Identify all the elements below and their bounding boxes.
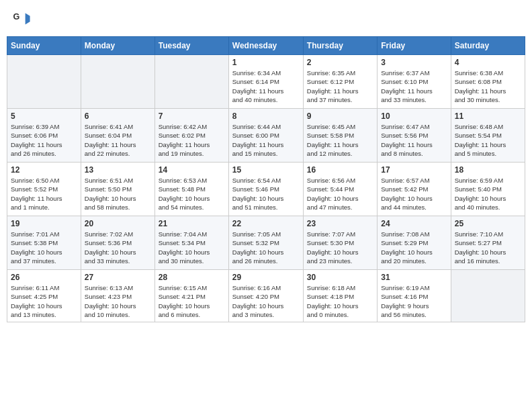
weekday-header-wednesday: Wednesday: [228, 37, 303, 55]
day-number: 11: [455, 111, 521, 121]
weekday-header-friday: Friday: [378, 37, 451, 55]
day-info: Sunrise: 6:18 AM Sunset: 4:18 PM Dayligh…: [307, 283, 373, 319]
day-number: 20: [85, 219, 151, 228]
calendar-cell: 31Sunrise: 6:19 AM Sunset: 4:16 PM Dayli…: [378, 270, 451, 322]
logo: G: [12, 9, 32, 28]
calendar-cell: 16Sunrise: 6:56 AM Sunset: 5:44 PM Dayli…: [303, 163, 377, 216]
calendar-cell: 12Sunrise: 6:50 AM Sunset: 5:52 PM Dayli…: [7, 163, 81, 216]
day-info: Sunrise: 7:02 AM Sunset: 5:36 PM Dayligh…: [85, 230, 151, 265]
day-number: 3: [381, 58, 447, 67]
calendar-cell: 27Sunrise: 6:13 AM Sunset: 4:23 PM Dayli…: [81, 270, 154, 322]
calendar-week-row: 1Sunrise: 6:34 AM Sunset: 6:14 PM Daylig…: [7, 55, 525, 109]
calendar-cell: 13Sunrise: 6:51 AM Sunset: 5:50 PM Dayli…: [81, 163, 154, 216]
calendar-cell: 1Sunrise: 6:34 AM Sunset: 6:14 PM Daylig…: [228, 55, 303, 109]
calendar-cell: [81, 55, 154, 109]
day-number: 21: [159, 219, 225, 228]
day-info: Sunrise: 6:48 AM Sunset: 5:54 PM Dayligh…: [455, 122, 521, 158]
weekday-header-sunday: Sunday: [7, 37, 81, 55]
day-info: Sunrise: 6:37 AM Sunset: 6:10 PM Dayligh…: [381, 68, 447, 104]
calendar-cell: 18Sunrise: 6:59 AM Sunset: 5:40 PM Dayli…: [451, 163, 525, 216]
calendar-cell: 7Sunrise: 6:42 AM Sunset: 6:02 PM Daylig…: [154, 109, 228, 163]
day-number: 17: [381, 165, 447, 175]
day-info: Sunrise: 6:13 AM Sunset: 4:23 PM Dayligh…: [85, 283, 151, 319]
day-info: Sunrise: 7:01 AM Sunset: 5:38 PM Dayligh…: [11, 230, 77, 265]
day-info: Sunrise: 7:10 AM Sunset: 5:27 PM Dayligh…: [455, 230, 521, 265]
day-number: 30: [307, 273, 373, 282]
day-info: Sunrise: 6:50 AM Sunset: 5:52 PM Dayligh…: [11, 176, 77, 212]
calendar-week-row: 5Sunrise: 6:39 AM Sunset: 6:06 PM Daylig…: [7, 109, 525, 163]
day-number: 31: [381, 273, 447, 282]
day-info: Sunrise: 6:51 AM Sunset: 5:50 PM Dayligh…: [85, 176, 151, 212]
day-info: Sunrise: 7:07 AM Sunset: 5:30 PM Dayligh…: [307, 230, 373, 265]
day-info: Sunrise: 6:59 AM Sunset: 5:40 PM Dayligh…: [455, 176, 521, 212]
day-number: 25: [455, 219, 521, 228]
calendar-cell: 10Sunrise: 6:47 AM Sunset: 5:56 PM Dayli…: [378, 109, 451, 163]
calendar-cell: 19Sunrise: 7:01 AM Sunset: 5:38 PM Dayli…: [7, 216, 81, 270]
day-number: 6: [85, 111, 151, 121]
calendar-cell: 6Sunrise: 6:41 AM Sunset: 6:04 PM Daylig…: [81, 109, 154, 163]
calendar-cell: 24Sunrise: 7:08 AM Sunset: 5:29 PM Dayli…: [378, 216, 451, 270]
calendar-cell: 20Sunrise: 7:02 AM Sunset: 5:36 PM Dayli…: [81, 216, 154, 270]
calendar-cell: 26Sunrise: 6:11 AM Sunset: 4:25 PM Dayli…: [7, 270, 81, 322]
day-number: 18: [455, 165, 521, 175]
day-info: Sunrise: 6:54 AM Sunset: 5:46 PM Dayligh…: [232, 176, 300, 212]
calendar-cell: 5Sunrise: 6:39 AM Sunset: 6:06 PM Daylig…: [7, 109, 81, 163]
day-info: Sunrise: 6:38 AM Sunset: 6:08 PM Dayligh…: [455, 68, 521, 104]
day-number: 5: [11, 111, 77, 121]
calendar-cell: [451, 270, 525, 322]
day-number: 28: [159, 273, 225, 282]
day-info: Sunrise: 6:45 AM Sunset: 5:58 PM Dayligh…: [307, 122, 373, 158]
calendar-cell: 2Sunrise: 6:35 AM Sunset: 6:12 PM Daylig…: [303, 55, 377, 109]
day-number: 27: [85, 273, 151, 282]
day-info: Sunrise: 6:42 AM Sunset: 6:02 PM Dayligh…: [159, 122, 225, 158]
page-header: G: [7, 7, 525, 31]
calendar-cell: 21Sunrise: 7:04 AM Sunset: 5:34 PM Dayli…: [154, 216, 228, 270]
day-info: Sunrise: 6:41 AM Sunset: 6:04 PM Dayligh…: [85, 122, 151, 158]
calendar-week-row: 12Sunrise: 6:50 AM Sunset: 5:52 PM Dayli…: [7, 163, 525, 216]
calendar-cell: 9Sunrise: 6:45 AM Sunset: 5:58 PM Daylig…: [303, 109, 377, 163]
day-number: 14: [159, 165, 225, 175]
weekday-header-thursday: Thursday: [303, 37, 377, 55]
weekday-header-row: SundayMondayTuesdayWednesdayThursdayFrid…: [7, 37, 525, 55]
day-info: Sunrise: 7:04 AM Sunset: 5:34 PM Dayligh…: [159, 230, 225, 265]
day-info: Sunrise: 6:44 AM Sunset: 6:00 PM Dayligh…: [232, 122, 300, 158]
day-info: Sunrise: 6:11 AM Sunset: 4:25 PM Dayligh…: [11, 283, 77, 319]
day-info: Sunrise: 6:35 AM Sunset: 6:12 PM Dayligh…: [307, 68, 373, 104]
day-number: 7: [159, 111, 225, 121]
day-info: Sunrise: 6:56 AM Sunset: 5:44 PM Dayligh…: [307, 176, 373, 212]
day-number: 8: [232, 111, 300, 121]
day-info: Sunrise: 6:47 AM Sunset: 5:56 PM Dayligh…: [381, 122, 447, 158]
day-info: Sunrise: 6:39 AM Sunset: 6:06 PM Dayligh…: [11, 122, 77, 158]
svg-text:G: G: [13, 12, 19, 21]
day-info: Sunrise: 7:05 AM Sunset: 5:32 PM Dayligh…: [232, 230, 300, 265]
calendar-cell: 17Sunrise: 6:57 AM Sunset: 5:42 PM Dayli…: [378, 163, 451, 216]
day-number: 1: [232, 58, 300, 67]
day-number: 29: [232, 273, 300, 282]
calendar-cell: 3Sunrise: 6:37 AM Sunset: 6:10 PM Daylig…: [378, 55, 451, 109]
day-number: 13: [85, 165, 151, 175]
calendar-cell: 25Sunrise: 7:10 AM Sunset: 5:27 PM Dayli…: [451, 216, 525, 270]
calendar-cell: [154, 55, 228, 109]
day-number: 16: [307, 165, 373, 175]
day-number: 19: [11, 219, 77, 228]
calendar-cell: 29Sunrise: 6:16 AM Sunset: 4:20 PM Dayli…: [228, 270, 303, 322]
day-number: 9: [307, 111, 373, 121]
day-number: 26: [11, 273, 77, 282]
calendar-cell: 23Sunrise: 7:07 AM Sunset: 5:30 PM Dayli…: [303, 216, 377, 270]
day-number: 15: [232, 165, 300, 175]
calendar-cell: 4Sunrise: 6:38 AM Sunset: 6:08 PM Daylig…: [451, 55, 525, 109]
day-number: 22: [232, 219, 300, 228]
weekday-header-tuesday: Tuesday: [154, 37, 228, 55]
calendar-cell: 28Sunrise: 6:15 AM Sunset: 4:21 PM Dayli…: [154, 270, 228, 322]
calendar-table: SundayMondayTuesdayWednesdayThursdayFrid…: [7, 36, 525, 322]
calendar-week-row: 26Sunrise: 6:11 AM Sunset: 4:25 PM Dayli…: [7, 270, 525, 322]
day-number: 23: [307, 219, 373, 228]
calendar-cell: 11Sunrise: 6:48 AM Sunset: 5:54 PM Dayli…: [451, 109, 525, 163]
day-number: 10: [381, 111, 447, 121]
calendar-cell: [7, 55, 81, 109]
day-number: 4: [455, 58, 521, 67]
day-info: Sunrise: 6:53 AM Sunset: 5:48 PM Dayligh…: [159, 176, 225, 212]
calendar-cell: 15Sunrise: 6:54 AM Sunset: 5:46 PM Dayli…: [228, 163, 303, 216]
svg-marker-1: [26, 13, 30, 25]
logo-icon: G: [12, 9, 31, 28]
